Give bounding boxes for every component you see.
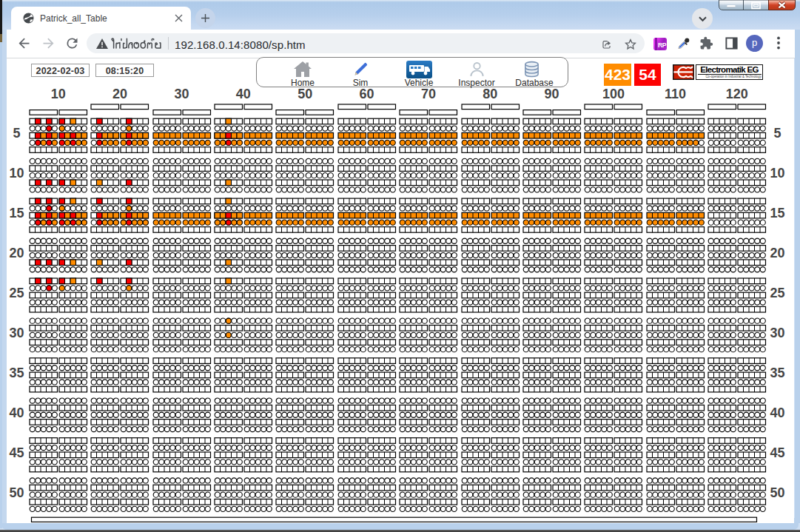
svg-text:25: 25 xyxy=(9,286,24,300)
svg-text:10: 10 xyxy=(51,87,66,101)
svg-text:10: 10 xyxy=(9,166,24,181)
svg-text:30: 30 xyxy=(9,326,24,340)
svg-text:40: 40 xyxy=(236,87,251,101)
svg-text:15: 15 xyxy=(9,206,24,220)
svg-text:15: 15 xyxy=(770,206,784,220)
svg-text:30: 30 xyxy=(770,326,784,340)
svg-text:50: 50 xyxy=(9,485,24,500)
svg-text:100: 100 xyxy=(602,87,625,101)
svg-text:5: 5 xyxy=(773,126,781,141)
svg-text:35: 35 xyxy=(770,366,784,380)
svg-text:70: 70 xyxy=(421,87,436,101)
svg-text:110: 110 xyxy=(665,87,686,101)
svg-text:30: 30 xyxy=(174,87,189,101)
svg-text:20: 20 xyxy=(112,87,127,101)
svg-text:25: 25 xyxy=(770,286,784,300)
svg-text:5: 5 xyxy=(13,126,20,141)
svg-text:20: 20 xyxy=(770,246,784,260)
svg-text:40: 40 xyxy=(9,405,24,420)
svg-text:40: 40 xyxy=(770,405,784,420)
svg-text:120: 120 xyxy=(726,87,748,101)
svg-text:35: 35 xyxy=(9,366,24,380)
svg-text:45: 45 xyxy=(770,445,784,460)
svg-text:10: 10 xyxy=(770,166,784,181)
svg-text:80: 80 xyxy=(483,87,497,101)
svg-text:45: 45 xyxy=(9,445,24,460)
svg-text:90: 90 xyxy=(545,87,559,101)
svg-text:60: 60 xyxy=(360,87,374,101)
svg-text:50: 50 xyxy=(298,87,312,101)
svg-text:20: 20 xyxy=(9,246,24,260)
svg-text:50: 50 xyxy=(770,485,784,500)
